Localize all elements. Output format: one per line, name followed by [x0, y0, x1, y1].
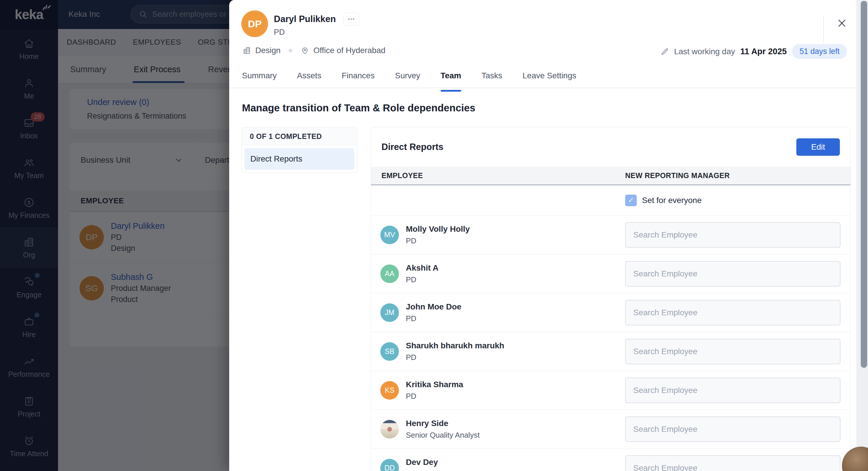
- manager-column-header: NEW REPORTING MANAGER: [625, 171, 730, 180]
- panel-title: Direct Reports: [381, 142, 443, 152]
- employee-title: PD: [406, 275, 439, 284]
- employee-title: PD: [406, 392, 463, 401]
- close-icon[interactable]: [834, 15, 850, 31]
- step-direct-reports[interactable]: Direct Reports: [245, 148, 354, 170]
- employee-name: John Moe Doe: [406, 302, 461, 312]
- employee-exit-modal: DP Daryl Pulikken PD Design Office of Hy…: [229, 0, 857, 471]
- avatar: DP: [241, 10, 268, 37]
- search-employee-input[interactable]: [625, 378, 840, 403]
- table-row: DD Dev Dey Product Manager: [371, 449, 850, 471]
- transition-steps-panel: 0 OF 1 COMPLETED Direct Reports: [241, 127, 358, 173]
- edit-button[interactable]: Edit: [796, 138, 840, 156]
- table-row: KS Kritika Sharma PD: [371, 371, 850, 410]
- tab-assets[interactable]: Assets: [297, 71, 321, 88]
- tab-tasks[interactable]: Tasks: [482, 71, 502, 88]
- employee-name: Molly Volly Holly: [406, 224, 470, 234]
- days-left-badge: 51 days left: [792, 44, 847, 59]
- avatar: JM: [380, 303, 399, 322]
- employee-name: Daryl Pulikken: [274, 14, 336, 24]
- search-employee-input[interactable]: [625, 416, 840, 442]
- search-employee-input[interactable]: [625, 300, 840, 325]
- tab-finances[interactable]: Finances: [342, 71, 375, 88]
- employee-title: Product Manager: [406, 470, 464, 471]
- scrollbar-track[interactable]: [857, 0, 868, 471]
- employee-title: PD: [406, 353, 504, 362]
- avatar: MV: [380, 226, 399, 244]
- app-screen: keka Home Me 28 Inbox: [0, 0, 868, 471]
- location-pin-icon: [301, 46, 309, 55]
- scrollbar-thumb[interactable]: [861, 1, 867, 368]
- avatar: SB: [380, 342, 399, 361]
- employee-column-header: EMPLOYEE: [371, 171, 625, 180]
- location-value: Office of Hyderabad: [313, 46, 385, 55]
- avatar-photo: [380, 420, 399, 439]
- building-icon: [243, 46, 251, 55]
- employee-title: Senior Quality Analyst: [406, 431, 479, 440]
- employee-name: Dev Dey: [406, 458, 464, 467]
- search-employee-input[interactable]: [625, 222, 840, 248]
- table-row: Henry Side Senior Quality Analyst: [371, 410, 850, 449]
- page-title: Manage transition of Team & Role depende…: [242, 102, 475, 114]
- set-for-everyone-checkbox[interactable]: [625, 195, 637, 206]
- table-row: MV Molly Volly Holly PD: [371, 216, 850, 254]
- divider: [823, 16, 824, 43]
- employee-name: Henry Side: [406, 419, 479, 428]
- avatar: KS: [380, 381, 399, 400]
- pencil-icon[interactable]: [660, 47, 669, 56]
- tab-leave-settings[interactable]: Leave Settings: [523, 71, 576, 88]
- more-options-icon[interactable]: [343, 13, 360, 26]
- employee-role: PD: [274, 28, 285, 37]
- search-employee-input[interactable]: [625, 261, 840, 287]
- set-for-everyone-label: Set for everyone: [642, 196, 702, 205]
- last-working-day-date: 11 Apr 2025: [740, 47, 787, 56]
- last-working-day-label: Last working day: [674, 47, 735, 56]
- employee-name: Akshit A: [406, 263, 439, 273]
- reports-table-header: EMPLOYEE NEW REPORTING MANAGER: [371, 167, 850, 185]
- table-row: AA Akshit A PD: [371, 254, 850, 293]
- tab-survey[interactable]: Survey: [395, 71, 420, 88]
- direct-reports-panel: Direct Reports Edit EMPLOYEE NEW REPORTI…: [371, 127, 850, 471]
- table-row: SB Sharukh bharukh marukh PD: [371, 332, 850, 371]
- table-row: JM John Moe Doe PD: [371, 293, 850, 332]
- divider: [229, 88, 857, 88]
- employee-title: PD: [406, 237, 470, 245]
- avatar: DD: [380, 459, 399, 471]
- dot-separator: [289, 49, 292, 53]
- tab-summary[interactable]: Summary: [242, 71, 277, 88]
- tab-team[interactable]: Team: [441, 71, 461, 88]
- employee-title: PD: [406, 314, 461, 323]
- search-employee-input[interactable]: [625, 339, 840, 364]
- search-employee-input[interactable]: [625, 456, 840, 471]
- employee-name: Kritika Sharma: [406, 380, 463, 389]
- steps-progress-label: 0 OF 1 COMPLETED: [242, 127, 357, 145]
- department-value: Design: [255, 46, 281, 55]
- modal-tabs: Summary Assets Finances Survey Team Task…: [242, 71, 577, 88]
- avatar: AA: [380, 264, 399, 283]
- employee-name: Sharukh bharukh marukh: [406, 341, 504, 350]
